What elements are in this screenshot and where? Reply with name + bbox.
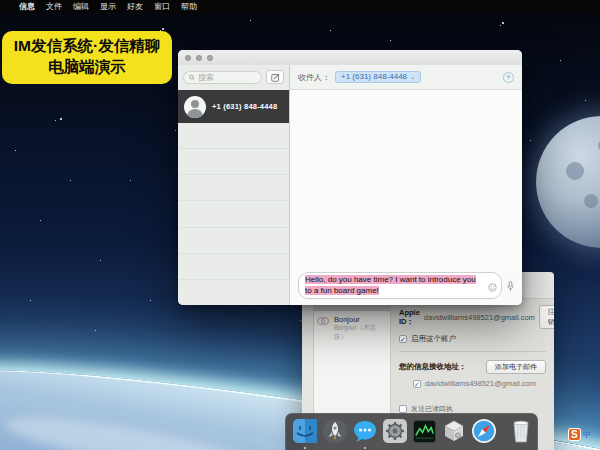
email-checkbox-label: davidwilliams498521@gmail.com [425,379,536,388]
search-field[interactable] [183,71,262,84]
watermark-text: 中 [583,429,591,440]
bonjour-icon [317,315,330,328]
empty-row [178,280,289,305]
to-label: 收件人： [298,72,330,83]
promo-banner: IM发信系统·发信精聊 电脑端演示 [2,31,172,84]
dock [285,413,538,450]
menu-item-file[interactable]: 文件 [46,1,62,12]
menu-item-messages[interactable]: 信息 [19,1,35,12]
dock-icon-finder[interactable] [292,418,318,445]
messages-icon [352,418,378,444]
message-transcript [290,90,522,268]
running-indicator [304,447,306,449]
launchpad-rocket-icon [322,418,348,444]
chevron-down-icon: ⌄ [410,73,415,80]
finder-icon [292,418,318,444]
watermark-badge: S [568,428,581,441]
desktop: 信息 文件 编辑 显示 好友 窗口 帮助 IM发信系统·发信精聊 电脑端演示 B… [0,0,600,450]
enable-account-checkbox[interactable]: ✓ [399,335,407,343]
menu-item-view[interactable]: 显示 [100,1,116,12]
bonjour-title: Bonjour [334,315,387,324]
divider [399,351,546,352]
read-receipt-checkbox[interactable] [399,405,407,413]
running-indicator [364,447,366,449]
empty-row [178,175,289,201]
dock-icon-safari[interactable] [471,418,497,445]
email-checkbox[interactable]: ✓ [413,380,421,388]
empty-row [178,201,289,227]
promo-banner-line2: 电脑端演示 [6,57,168,78]
add-recipient-button[interactable]: + [503,72,514,83]
sign-out-button[interactable]: 注销 [539,305,554,329]
messages-window: +1 (631) 848-4448 收件人： +1 (631) 848-4448 [178,50,522,305]
menu-item-edit[interactable]: 编辑 [73,1,89,12]
compose-button[interactable] [266,70,284,84]
empty-row [178,228,289,254]
empty-row [178,149,289,175]
conversation-list [178,123,289,305]
dock-icon-activity-monitor[interactable] [412,418,437,445]
conversation-row[interactable]: +1 (631) 848-4448 [178,90,289,123]
moon-crater [566,162,584,180]
chat-pane: 收件人： +1 (631) 848-4448 ⌄ + Hello, do you… [290,65,522,305]
menu-item-buddies[interactable]: 好友 [127,1,143,12]
enable-account-label: 启用这个账户 [411,334,456,344]
menu-item-help[interactable]: 帮助 [181,1,197,12]
add-email-button[interactable]: 添加电子邮件 [486,360,546,374]
recipient-pill[interactable]: +1 (631) 848-4448 ⌄ [335,71,421,83]
title-bar[interactable] [178,50,522,65]
menu-bar: 信息 文件 编辑 显示 好友 窗口 帮助 [0,0,600,13]
bonjour-subtitle: Bonjour（不活跃） [334,324,387,342]
safari-compass-icon [471,418,497,444]
receive-address-label: 您的信息接收地址： [399,362,467,372]
dock-icon-messages[interactable] [352,418,378,445]
cloud [2,407,264,450]
dock-icon-installer[interactable] [441,418,467,445]
installer-icon [441,418,467,444]
close-button[interactable] [185,55,191,61]
minimize-button[interactable] [196,55,202,61]
zoom-button[interactable] [207,55,213,61]
message-input-bar: Hello, do you have time? I want to intro… [290,268,522,305]
message-input[interactable]: Hello, do you have time? I want to intro… [298,272,502,299]
conversation-name: +1 (631) 848-4448 [212,102,277,111]
avatar [184,96,206,118]
compose-icon [271,73,280,82]
recipient-value: +1 (631) 848-4448 [341,72,407,81]
dock-icon-trash[interactable] [509,418,533,445]
moon-crater [584,194,598,208]
conversation-sidebar: +1 (631) 848-4448 [178,65,290,305]
message-draft-text: Hello, do you have time? I want to intro… [305,275,476,294]
to-bar: 收件人： +1 (631) 848-4448 ⌄ + [290,65,522,90]
empty-row [178,254,289,280]
watermark: S 中 ⁺˖ [568,428,600,441]
watermark-marks: ⁺˖ [593,431,600,438]
account-row-bonjour[interactable]: Bonjour Bonjour（不活跃） [314,311,390,346]
system-preferences-gear-icon [382,418,408,444]
activity-monitor-icon [412,419,437,444]
dock-icon-system-preferences[interactable] [382,418,408,445]
apple-id-value: davidwilliams498521@gmail.com [424,313,535,322]
search-icon [189,74,195,81]
emoji-picker-icon[interactable] [488,283,497,295]
menu-item-window[interactable]: 窗口 [154,1,170,12]
trash-icon [509,418,533,444]
empty-row [178,123,289,149]
search-input[interactable] [198,73,256,82]
promo-banner-line1: IM发信系统·发信精聊 [6,36,168,57]
moon [536,116,600,248]
apple-id-label: Apple ID： [399,308,420,327]
dock-icon-launchpad[interactable] [322,418,348,445]
microphone-icon[interactable] [507,278,514,299]
